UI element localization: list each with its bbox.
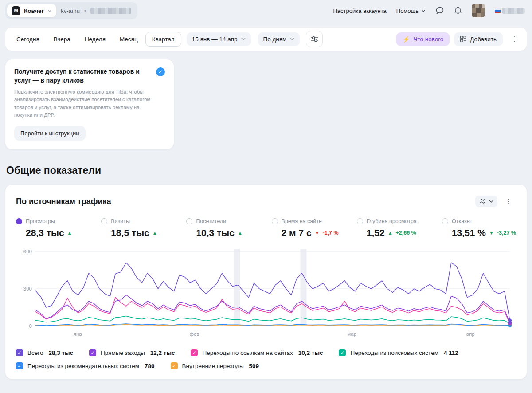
metric-label: Глубина просмотра (367, 218, 417, 224)
promo-body: Подключите электронную коммерцию для Til… (14, 88, 152, 119)
legend-value: 509 (249, 363, 259, 369)
bell-icon[interactable] (454, 6, 462, 15)
svg-text:300: 300 (23, 286, 32, 291)
metric-bounce[interactable]: Отказы 13,51 %▼-3,27 % (442, 218, 516, 238)
avatar[interactable] (472, 4, 485, 17)
trend-arrow-icon: ▼ (489, 230, 494, 236)
chart-area: 0300600янвфевмарапр (16, 245, 516, 339)
svg-text:мар: мар (347, 331, 356, 337)
legend-item-search[interactable]: ✓ Переходы из поисковых систем 4 112 (339, 349, 458, 356)
checkbox-icon[interactable]: ✓ (191, 349, 198, 356)
tab-today[interactable]: Сегодня (10, 32, 46, 47)
filters-toolbar: Сегодня Вчера Неделя Месяц Квартал 15 ян… (5, 28, 527, 51)
segments-filter-button[interactable] (306, 31, 323, 47)
metric-delta: -1,7 % (323, 230, 339, 236)
counter-selector[interactable]: М Ковчег (7, 4, 56, 17)
metric-visits[interactable]: Визиты 18,5 тыс▲ (101, 218, 186, 238)
promo-card: Получите доступ к статистике товаров и у… (5, 59, 174, 149)
metric-label: Посетители (196, 218, 226, 224)
metric-views[interactable]: Просмотры 28,3 тыс▲ (16, 218, 101, 238)
metric-label: Визиты (111, 218, 130, 224)
checkbox-icon[interactable]: ✓ (16, 349, 23, 356)
tab-week[interactable]: Неделя (78, 32, 112, 47)
chevron-down-icon (489, 200, 493, 203)
blurred-site-id (90, 8, 131, 14)
checkbox-icon[interactable]: ✓ (171, 362, 178, 369)
metrica-logo-icon: М (12, 6, 20, 15)
add-label: Добавить (470, 36, 497, 43)
help-link[interactable]: Помощь (396, 8, 426, 14)
help-label: Помощь (396, 8, 419, 14)
metric-value: 28,3 тыс (26, 228, 64, 238)
checkbox-icon[interactable]: ✓ (89, 349, 96, 356)
chart-type-icon (479, 199, 486, 204)
metric-value: 2 м 7 с (282, 228, 312, 238)
promo-instruction-button[interactable]: Перейти к инструкции (14, 126, 86, 141)
chevron-down-icon (47, 9, 52, 12)
checkbox-icon[interactable]: ✓ (339, 349, 346, 356)
metric-delta: +2,66 % (396, 230, 416, 236)
lightning-icon: ⚡ (403, 36, 410, 43)
blurred-user-name[interactable] (495, 8, 525, 14)
grouping-select[interactable]: По дням (258, 32, 300, 46)
tune-icon (311, 36, 318, 42)
account-settings-link[interactable]: Настройка аккаунта (333, 8, 386, 14)
chevron-down-icon (290, 38, 294, 40)
legend-label: Переходы по ссылкам на сайтах (202, 350, 293, 356)
checkbox-icon[interactable]: ✓ (16, 362, 23, 369)
tab-quarter[interactable]: Квартал (145, 32, 181, 47)
chart-view-toggle[interactable] (475, 196, 497, 207)
metric-radio[interactable] (101, 218, 107, 224)
counter-name: Ковчег (24, 8, 44, 14)
metric-depth[interactable]: Глубина просмотра 1,52▲+2,66 % (357, 218, 442, 238)
metric-visitors[interactable]: Посетители 10,3 тыс▲ (186, 218, 271, 238)
trend-arrow-icon: ▲ (67, 230, 72, 236)
legend-item-direct[interactable]: ✓ Прямые заходы 12,2 тыс (89, 349, 175, 356)
legend-label: Переходы из поисковых систем (350, 350, 438, 356)
whats-new-button[interactable]: ⚡ Что нового (396, 32, 450, 46)
metric-radio[interactable] (357, 218, 363, 224)
metric-radio[interactable] (16, 218, 22, 224)
name-blur-bar (502, 8, 525, 14)
chart-kebab-menu[interactable]: ⋮ (501, 193, 516, 209)
add-widget-button[interactable]: Добавить (454, 32, 503, 46)
toolbar-kebab-menu[interactable]: ⋮ (507, 31, 522, 47)
tab-yesterday[interactable]: Вчера (47, 32, 77, 47)
svg-text:янв: янв (74, 331, 82, 337)
legend-value: 4 112 (444, 350, 458, 356)
metric-delta: -3,27 % (497, 230, 516, 236)
legend-label: Переходы из рекомендательных систем (27, 363, 139, 369)
svg-text:0: 0 (29, 323, 32, 329)
trend-arrow-icon: ▲ (153, 230, 157, 236)
separator: • (84, 8, 86, 14)
whats-new-label: Что нового (413, 36, 443, 43)
top-bar: М Ковчег kv-ai.ru • Настройка аккаунта П… (0, 0, 532, 21)
metric-label: Время на сайте (282, 218, 322, 224)
metric-label: Отказы (452, 218, 471, 224)
legend-label: Прямые заходы (101, 350, 145, 356)
metric-radio[interactable] (272, 218, 278, 224)
legend-item-total[interactable]: ✓ Всего 28,3 тыс (16, 349, 73, 356)
legend-value: 12,2 тыс (150, 350, 175, 356)
chat-icon[interactable] (435, 6, 444, 15)
date-range-picker[interactable]: 15 янв — 14 апр (187, 32, 251, 46)
legend-item-site-links[interactable]: ✓ Переходы по ссылкам на сайтах 10,2 тыс (191, 349, 323, 356)
metric-radio[interactable] (186, 218, 192, 224)
legend-item-internal[interactable]: ✓ Внутренние переходы 509 (171, 362, 259, 369)
tab-month[interactable]: Месяц (113, 32, 145, 47)
legend-label: Внутренние переходы (182, 363, 244, 369)
chevron-down-icon (421, 9, 426, 12)
card-title: По источникам трафика (16, 197, 111, 206)
metrics-row: Просмотры 28,3 тыс▲ Визиты 18,5 тыс▲ Пос… (16, 218, 516, 238)
metric-radio[interactable] (442, 218, 448, 224)
trend-arrow-icon: ▲ (388, 230, 393, 236)
metric-time-on-site[interactable]: Время на сайте 2 м 7 с▼-1,7 % (272, 218, 357, 238)
traffic-chart[interactable]: 0300600янвфевмарапр (16, 245, 516, 339)
svg-text:апр: апр (466, 331, 475, 337)
legend-item-recommendation[interactable]: ✓ Переходы из рекомендательных систем 78… (16, 362, 155, 369)
metric-label: Просмотры (26, 218, 55, 224)
svg-text:фев: фев (190, 331, 200, 337)
flag-icon (495, 8, 501, 13)
site-link[interactable]: kv-ai.ru (61, 8, 80, 14)
grouping-label: По дням (263, 36, 287, 43)
